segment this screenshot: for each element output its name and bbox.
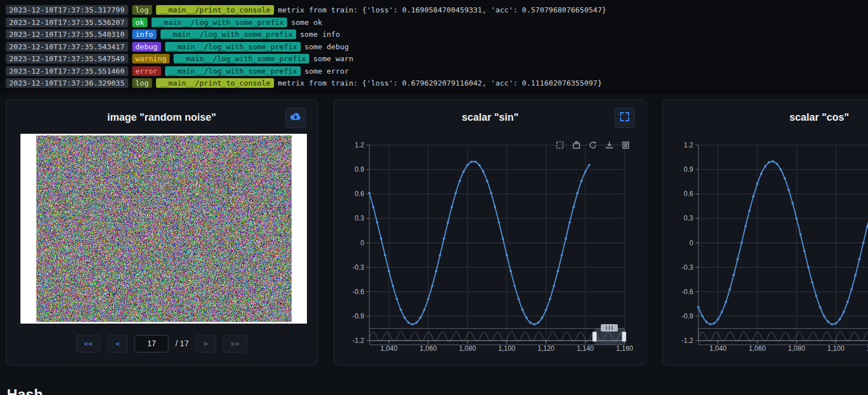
svg-text:0.9: 0.9	[355, 165, 364, 173]
prev-page-button[interactable]: <	[107, 335, 128, 352]
last-page-button[interactable]: >>	[223, 335, 248, 352]
chart-toolbox	[555, 141, 630, 150]
page-number-input[interactable]	[134, 335, 168, 352]
log-message: some ok	[291, 18, 322, 27]
log-message: some info	[300, 30, 340, 39]
log-timestamp: 2023-12-10T17:37:35.543417	[6, 42, 128, 52]
log-level-badge: error	[132, 66, 161, 76]
datazoom-window[interactable]	[595, 329, 624, 345]
datazoom-left-handle[interactable]	[592, 332, 597, 342]
log-timestamp: 2023-12-10T17:37:35.540310	[6, 29, 128, 39]
datazoom-move-handle[interactable]	[601, 324, 618, 332]
log-module-badge: __main__/print_to_console	[156, 5, 274, 15]
chart-title: scalar "sin"	[334, 100, 646, 124]
cards-row: image "random noise" << < / 17 > >> scal…	[0, 94, 868, 366]
log-timestamp: 2023-12-10T17:37:36.329035	[6, 78, 128, 88]
svg-text:0.6: 0.6	[355, 190, 364, 198]
save-image-icon[interactable]	[605, 141, 614, 150]
svg-text:-0.3: -0.3	[681, 263, 693, 271]
log-level-badge: log	[132, 78, 152, 88]
random-noise-image	[36, 135, 292, 322]
total-pages-label: / 17	[175, 339, 188, 348]
log-row: 2023-12-10T17:37:35.317799log__main__/pr…	[6, 4, 868, 16]
log-message: some warn	[313, 54, 353, 63]
datazoom-slider[interactable]	[698, 328, 868, 345]
log-message: metrix from train: {'loss': 0.1690584700…	[278, 6, 606, 14]
log-row: 2023-12-10T17:37:35.551460error__main__/…	[6, 65, 868, 78]
log-level-badge: info	[132, 29, 157, 39]
svg-text:0: 0	[689, 239, 693, 247]
chart-title: scalar "cos"	[663, 100, 868, 124]
log-timestamp: 2023-12-10T17:37:35.317799	[6, 5, 128, 15]
log-level-badge: log	[132, 5, 152, 15]
log-message: some debug	[305, 43, 349, 51]
fullscreen-expand-icon	[619, 111, 630, 124]
log-module-badge: __main__/log_with_some_prefix	[165, 66, 301, 76]
log-timestamp: 2023-12-10T17:37:35.547549	[6, 54, 128, 63]
cos-plot[interactable]: 1.20.90.60.30-0.3-0.6-0.9-1.21,0401,0601…	[663, 134, 868, 360]
download-image-button[interactable]	[285, 108, 306, 128]
data-view-icon[interactable]	[621, 141, 630, 150]
log-level-badge: ok	[132, 18, 148, 27]
image-matte	[20, 134, 307, 324]
log-message: metrix from train: {'loss': 0.6796292079…	[278, 79, 602, 87]
image-random-noise-card: image "random noise" << < / 17 > >>	[6, 99, 318, 366]
log-module-badge: __main__/log_with_some_prefix	[165, 42, 301, 52]
svg-text:-0.9: -0.9	[681, 312, 693, 320]
zoom-reset-icon[interactable]	[572, 141, 581, 150]
log-message: some error	[305, 67, 349, 75]
log-module-badge: __main__/log_with_some_prefix	[174, 54, 309, 63]
log-level-badge: warning	[132, 54, 170, 63]
fullscreen-button[interactable]	[614, 108, 635, 128]
svg-text:0.6: 0.6	[684, 190, 693, 198]
next-section-heading: Hash	[7, 386, 43, 395]
svg-text:0.3: 0.3	[684, 214, 693, 222]
image-pagination: << < / 17 > >>	[6, 335, 317, 352]
log-row: 2023-12-10T17:37:35.543417debug__main__/…	[6, 41, 868, 53]
log-timestamp: 2023-12-10T17:37:35.551460	[6, 66, 128, 76]
svg-text:-0.9: -0.9	[352, 312, 364, 320]
svg-text:0.3: 0.3	[355, 214, 364, 222]
svg-text:0.9: 0.9	[684, 165, 693, 173]
zoom-box-icon[interactable]	[555, 141, 564, 150]
log-row: 2023-12-10T17:37:35.536207ok__main__/log…	[6, 16, 868, 29]
datazoom-right-handle[interactable]	[622, 332, 626, 342]
scalar-cos-card: scalar "cos" 1.20.90.60.30-0.3-0.6-0.9-1…	[663, 99, 868, 366]
log-module-badge: __main__/print_to_console	[156, 78, 274, 88]
log-row: 2023-12-10T17:37:36.329035log__main__/pr…	[6, 77, 868, 90]
datazoom-slider[interactable]	[369, 328, 625, 345]
first-page-button[interactable]: <<	[76, 335, 101, 352]
svg-text:0: 0	[360, 239, 364, 247]
scalar-sin-card: scalar "sin" 1.20.90.60.30-0.3-0.6-0.9-1…	[334, 99, 647, 366]
image-card-title: image "random noise"	[6, 100, 317, 124]
log-row: 2023-12-10T17:37:35.547549warning__main_…	[6, 53, 868, 65]
svg-text:-1.2: -1.2	[352, 337, 364, 345]
svg-text:-1.2: -1.2	[681, 337, 693, 345]
cloud-download-icon	[289, 112, 302, 124]
log-module-badge: __main__/log_with_some_prefix	[161, 29, 296, 39]
log-level-badge: debug	[132, 42, 161, 52]
datazoom-overview-wave	[370, 329, 624, 345]
svg-text:-0.6: -0.6	[681, 287, 693, 295]
datazoom-overview-wave	[699, 329, 868, 345]
svg-text:1.2: 1.2	[355, 141, 364, 149]
log-timestamp: 2023-12-10T17:37:35.536207	[6, 18, 128, 27]
next-page-button[interactable]: >	[196, 335, 216, 352]
sin-plot[interactable]: 1.20.90.60.30-0.3-0.6-0.9-1.21,0401,0601…	[334, 134, 647, 360]
log-console: 2023-12-10T17:37:35.317799log__main__/pr…	[0, 0, 868, 94]
restore-icon[interactable]	[588, 141, 597, 150]
svg-text:1.2: 1.2	[684, 141, 693, 149]
svg-text:-0.3: -0.3	[352, 263, 364, 271]
log-row: 2023-12-10T17:37:35.540310info__main__/l…	[6, 28, 868, 41]
svg-text:-0.6: -0.6	[352, 287, 364, 295]
log-module-badge: __main__/log_with_some_prefix	[151, 18, 287, 27]
